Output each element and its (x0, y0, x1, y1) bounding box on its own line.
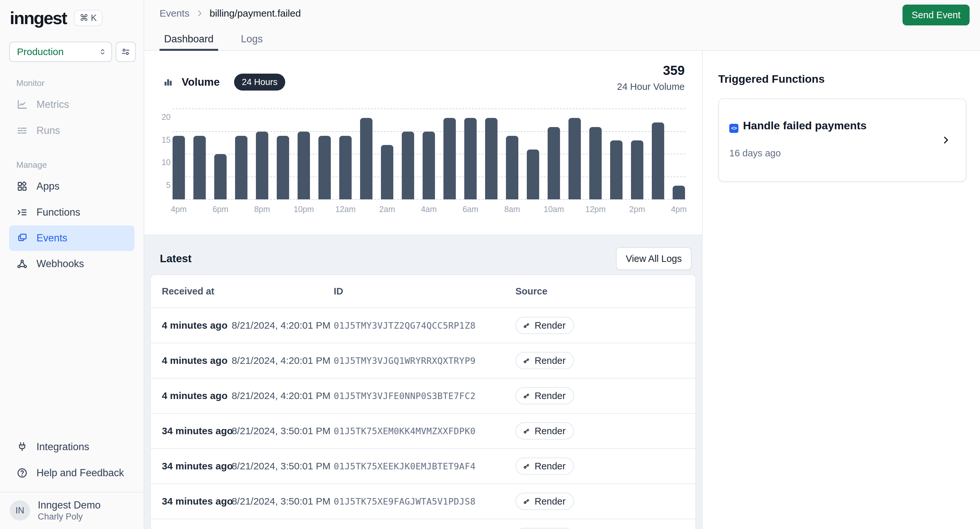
event-id: 01J5TK75XEM0KK4MVMZXXFDPK0 (334, 426, 476, 436)
table-row[interactable]: 4 minutes ago 8/21/2024, 4:20:01 PM 01J5… (151, 308, 695, 343)
source-badge[interactable]: Render (515, 387, 574, 405)
apps-icon (16, 180, 28, 192)
main-area: Events billing/payment.failed Send Event… (144, 0, 980, 529)
chart-bar[interactable] (173, 136, 185, 199)
latest-title: Latest (160, 252, 191, 265)
volume-chart-y-axis: 5101520 (154, 109, 170, 199)
chart-bar[interactable] (214, 154, 227, 199)
sidebar-item-events[interactable]: Events (9, 225, 134, 251)
function-card[interactable]: <> Handle failed payments 16 days ago (718, 98, 966, 182)
chart-bar[interactable] (652, 123, 664, 199)
triggered-functions-title: Triggered Functions (718, 72, 980, 85)
chart-x-tick-label: 8pm (254, 205, 270, 214)
chart-bar[interactable] (485, 118, 498, 199)
latest-header: Latest View All Logs (160, 247, 692, 270)
events-table: Received at ID Source 4 minutes ago 8/21… (150, 274, 696, 529)
chart-x-tick-label: 2pm (629, 205, 645, 214)
environment-selector[interactable]: Production (9, 42, 112, 62)
breadcrumb-events-link[interactable]: Events (159, 8, 189, 19)
chart-bar[interactable] (360, 118, 372, 199)
source-badge[interactable]: Render (515, 458, 574, 475)
table-row[interactable]: 4 minutes ago 8/21/2024, 4:20:01 PM 01J5… (151, 378, 695, 413)
breadcrumb-current: billing/payment.failed (210, 8, 301, 19)
chart-y-tick-label: 20 (154, 112, 170, 122)
chart-bar[interactable] (256, 132, 268, 200)
table-row[interactable]: 44 minutes ago 8/21/2024, 3:40:01 PM 01J… (151, 519, 695, 529)
user-menu[interactable]: IN Inngest Demo Charly Poly (0, 492, 143, 529)
sidebar-item-integrations[interactable]: Integrations (0, 434, 143, 460)
time-range-badge[interactable]: 24 Hours (234, 73, 286, 91)
column-source: Source (515, 286, 547, 297)
column-id: ID (334, 286, 343, 297)
key-icon (522, 497, 531, 506)
sidebar-footer: Integrations Help and Feedback IN Innges… (0, 434, 143, 529)
chart-bar[interactable] (506, 136, 518, 199)
sidebar-item-label: Runs (37, 125, 60, 137)
received-timestamp: 8/21/2024, 4:20:01 PM (223, 355, 331, 366)
environment-settings-button[interactable] (116, 42, 136, 62)
sidebar-item-metrics[interactable]: Metrics (0, 92, 143, 118)
source-badge[interactable]: Render (515, 352, 574, 370)
table-row[interactable]: 4 minutes ago 8/21/2024, 4:20:01 PM 01J5… (151, 343, 695, 378)
volume-total: 359 (617, 62, 685, 78)
sidebar-item-runs[interactable]: Runs (0, 118, 143, 143)
runs-icon (16, 125, 28, 137)
source-badge[interactable]: Render (515, 528, 574, 529)
chart-bar[interactable] (464, 118, 477, 199)
chart-x-tick-label: 10am (544, 205, 564, 214)
chart-bar[interactable] (547, 127, 560, 199)
sidebar-item-label: Functions (37, 207, 80, 218)
event-id: 01J5TMY3VJTZ2QG74QCC5RP1Z8 (334, 320, 476, 331)
received-relative: 4 minutes ago (162, 320, 228, 331)
webhooks-icon (16, 258, 28, 270)
chart-bar[interactable] (444, 118, 456, 199)
source-badge[interactable]: Render (515, 422, 574, 440)
key-icon (522, 321, 531, 330)
table-row[interactable]: 34 minutes ago 8/21/2024, 3:50:01 PM 01J… (151, 448, 695, 483)
chart-bar[interactable] (673, 186, 685, 199)
chart-bar[interactable] (193, 136, 206, 199)
chart-bar[interactable] (235, 136, 247, 199)
chart-y-tick-label: 15 (154, 135, 170, 145)
sidebar-item-webhooks[interactable]: Webhooks (0, 251, 143, 277)
chart-bar[interactable] (318, 136, 331, 199)
view-all-logs-button[interactable]: View All Logs (616, 247, 692, 270)
bar-chart-icon (163, 77, 173, 87)
table-row[interactable]: 34 minutes ago 8/21/2024, 3:50:01 PM 01J… (151, 483, 695, 519)
chart-bar[interactable] (568, 118, 581, 199)
chart-x-tick-label: 6am (463, 205, 479, 214)
tabs: Dashboard Logs (159, 33, 267, 51)
chart-y-tick-label: 5 (154, 180, 170, 190)
command-k-shortcut[interactable]: ⌘ K (74, 10, 103, 26)
source-label: Render (535, 426, 566, 437)
chart-bar[interactable] (527, 150, 539, 199)
event-id: 01J5TK75XE9FAGJWTA5V1PDJS8 (334, 496, 476, 507)
sidebar-item-apps[interactable]: Apps (0, 173, 143, 199)
sidebar-item-label: Integrations (37, 441, 89, 453)
chart-bar[interactable] (402, 132, 414, 200)
chart-bar[interactable] (631, 140, 643, 199)
sidebar: inngest ⌘ K Production Monitor Metrics R… (0, 0, 144, 529)
volume-stat: 359 24 Hour Volume (617, 62, 685, 92)
chart-bar[interactable] (277, 136, 289, 199)
chart-bar[interactable] (589, 127, 602, 199)
nav-section-manage-label: Manage (16, 160, 143, 170)
send-event-button[interactable]: Send Event (902, 5, 970, 25)
environment-row: Production (9, 42, 143, 62)
sidebar-item-help-and-feedback[interactable]: Help and Feedback (0, 460, 143, 486)
source-badge[interactable]: Render (515, 317, 574, 334)
chart-bar[interactable] (298, 132, 310, 200)
sidebar-item-label: Metrics (37, 99, 69, 110)
plug-icon (16, 441, 28, 453)
chart-bar[interactable] (610, 140, 622, 199)
table-row[interactable]: 34 minutes ago 8/21/2024, 3:50:01 PM 01J… (151, 413, 695, 448)
sidebar-item-functions[interactable]: Functions (0, 199, 143, 225)
chart-bar[interactable] (423, 132, 435, 200)
tab-dashboard[interactable]: Dashboard (159, 33, 218, 51)
chart-bar[interactable] (381, 145, 393, 199)
source-badge[interactable]: Render (515, 493, 574, 510)
key-icon (522, 392, 531, 400)
tab-logs[interactable]: Logs (236, 33, 267, 51)
chart-bar[interactable] (339, 136, 352, 199)
received-timestamp: 8/21/2024, 3:50:01 PM (223, 460, 331, 472)
